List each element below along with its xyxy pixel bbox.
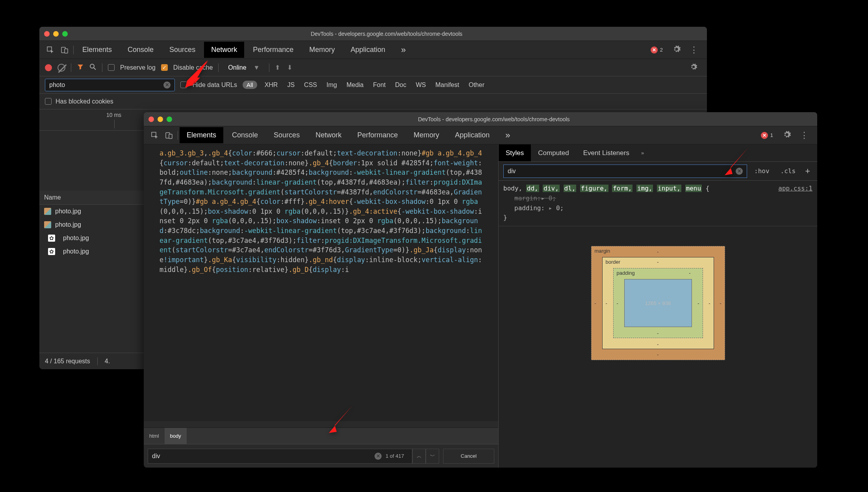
tab-performance[interactable]: Performance [246,42,300,58]
tab-performance[interactable]: Performance [350,127,405,143]
error-badge[interactable]: ✕ 2 [651,46,663,54]
svg-marker-11 [185,59,209,87]
table-row[interactable]: ✿ photo.jpg [39,231,149,245]
zoom-icon[interactable] [167,117,172,122]
network-toolbar: Preserve log ✓ Disable cache Online ▼ ⬆ … [39,59,707,76]
clear-search-icon[interactable]: ✕ [375,453,382,460]
tab-network[interactable]: Network [308,127,349,143]
elements-source-pane[interactable]: a.gb_3.gb_3,.gb_4{color:#666;cursor:defa… [144,144,498,421]
tab-elements[interactable]: Elements [180,127,223,143]
more-tabs-icon[interactable]: » [498,126,517,144]
filter-js[interactable]: JS [285,81,297,89]
inspect-icon[interactable] [149,130,160,141]
zoom-icon[interactable] [62,31,68,37]
tab-sources[interactable]: Sources [267,127,307,143]
more-icon[interactable]: » [636,150,649,156]
file-name: photo.jpg [63,248,89,255]
tab-memory[interactable]: Memory [302,42,342,58]
rule-source-link[interactable]: app.css:1 [778,184,812,194]
tab-memory[interactable]: Memory [406,127,446,143]
gear-icon[interactable] [672,45,681,55]
minimize-icon[interactable] [53,31,59,37]
filter-font[interactable]: Font [371,81,388,89]
tab-styles[interactable]: Styles [499,144,531,161]
error-count: 2 [660,47,663,53]
minimize-icon[interactable] [158,117,163,122]
device-icon[interactable] [163,130,174,141]
filter-all-pill[interactable]: All [243,81,257,89]
filter-media[interactable]: Media [345,81,366,89]
tab-application[interactable]: Application [448,127,497,143]
table-row[interactable]: photo.jpg [39,218,149,231]
tab-console[interactable]: Console [121,42,161,58]
rule-selector: body, dd, div, dl, figure, form, img, in… [503,185,709,192]
table-row[interactable]: photo.jpg [39,205,149,218]
clear-icon[interactable] [57,64,65,72]
name-column-header[interactable]: Name [39,191,149,205]
rule-declaration-margin[interactable]: margin:▸ 0; [503,194,812,203]
device-icon[interactable] [59,44,70,55]
css-source: a.gb_3.gb_3,.gb_4{color:#666;cursor:defa… [160,148,482,274]
disable-cache-checkbox[interactable]: ✓ [161,64,168,71]
cls-button[interactable]: .cls [777,167,800,175]
tab-sources[interactable]: Sources [162,42,202,58]
tab-application[interactable]: Application [343,42,392,58]
filter-xhr[interactable]: XHR [263,81,280,89]
filter-css[interactable]: CSS [302,81,319,89]
filter-field[interactable] [49,81,160,89]
box-model[interactable]: margin - - - - border - - - - padding - … [591,246,725,360]
file-name: photo.jpg [55,208,81,215]
filter-doc[interactable]: Doc [393,81,408,89]
tab-console[interactable]: Console [225,127,265,143]
filter-icon[interactable] [77,63,84,72]
clear-filter-icon[interactable]: ✕ [163,81,171,89]
inspect-icon[interactable] [45,44,56,55]
add-rule-icon[interactable]: + [803,166,812,176]
table-row[interactable]: ✿ photo.jpg [39,245,149,258]
divider [102,63,102,72]
styles-filter-input[interactable]: ✕ [503,165,747,178]
cancel-button[interactable]: Cancel [443,449,494,464]
preserve-log-checkbox[interactable] [108,64,115,71]
blocked-cookies-row: Has blocked cookies [39,94,707,109]
upload-icon[interactable]: ⬆ [275,64,280,71]
styles-filter-field[interactable] [508,168,736,175]
download-icon[interactable]: ⬇ [287,64,292,71]
tab-network[interactable]: Network [204,42,244,58]
close-icon[interactable] [148,117,154,122]
tab-elements[interactable]: Elements [75,42,119,58]
tab-event-listeners[interactable]: Event Listeners [576,144,636,161]
svg-rect-7 [169,134,172,139]
search-prev-icon[interactable]: ︿ [412,449,426,464]
filter-other[interactable]: Other [467,81,486,89]
filter-img[interactable]: Img [325,81,339,89]
search-next-icon[interactable]: ﹀ [426,449,439,464]
titlebar[interactable]: DevTools - developers.google.com/web/too… [39,27,707,41]
crumb-body[interactable]: body [165,428,187,444]
crumb-html[interactable]: html [144,428,165,444]
gear-icon[interactable] [783,130,791,140]
search-field[interactable] [152,453,375,460]
more-tabs-icon[interactable]: » [394,41,413,59]
kebab-icon[interactable]: ⋮ [686,45,701,55]
rule-declaration-padding[interactable]: padding: ▸ 0; [503,203,812,213]
hov-button[interactable]: :hov [750,167,773,175]
tab-computed[interactable]: Computed [531,144,576,161]
gear-icon[interactable] [690,63,697,72]
filter-manifest[interactable]: Manifest [433,81,461,89]
kebab-icon[interactable]: ⋮ [797,130,812,141]
filter-input[interactable]: ✕ [45,79,175,91]
close-icon[interactable] [44,31,50,37]
titlebar[interactable]: DevTools - developers.google.com/web/too… [144,112,817,126]
error-badge[interactable]: ✕ 1 [761,132,773,139]
css-rule[interactable]: app.css:1 body, dd, div, dl, figure, for… [499,181,817,226]
search-input[interactable]: ✕ 1 of 417 [148,449,412,464]
blocked-cookies-checkbox[interactable] [45,98,52,105]
box-content[interactable]: 1265 × 938 [624,279,692,327]
gear-file-icon: ✿ [48,235,55,242]
devtools-window-elements: DevTools - developers.google.com/web/too… [144,112,817,468]
record-icon[interactable] [45,64,52,71]
filter-ws[interactable]: WS [414,81,428,89]
throttling-select[interactable]: Online ▼ [224,63,263,73]
search-icon[interactable] [89,63,96,72]
